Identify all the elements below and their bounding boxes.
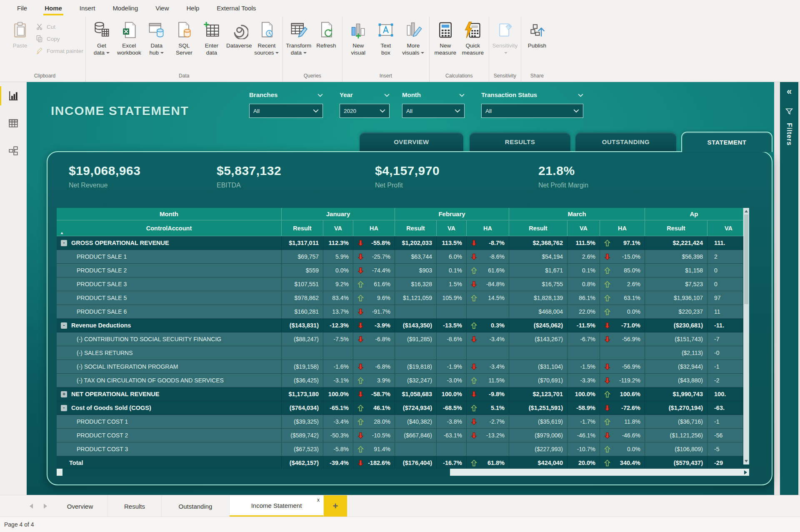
scroll-left-icon[interactable] <box>59 470 62 475</box>
sql-server-button[interactable]: SQLServer <box>170 17 198 56</box>
menu-item-external-tools[interactable]: External Tools <box>208 0 265 17</box>
va-cell: -7.5% <box>323 332 353 346</box>
quick-measure-button[interactable]: Quickmeasure <box>459 17 487 56</box>
enter-data-button[interactable]: Enterdata <box>198 17 225 56</box>
column-group-partial[interactable]: Ap <box>645 208 743 220</box>
page-tab-results[interactable]: Results <box>108 495 162 517</box>
dropdown-caret-icon <box>275 52 279 54</box>
column-header-february-ha[interactable]: HA <box>467 220 509 236</box>
va-cell: -3.3% <box>568 374 600 387</box>
scroll-right-icon[interactable] <box>744 470 747 475</box>
slicer-dropdown[interactable]: All <box>249 104 323 118</box>
column-header-january-ha[interactable]: HA <box>353 220 395 236</box>
refresh-button[interactable]: Refresh <box>312 17 340 49</box>
sidebar-data-view[interactable] <box>0 110 27 137</box>
table-horizontal-scrollbar[interactable] <box>57 469 749 476</box>
recent-sources-icon <box>258 21 276 39</box>
va-cell-partial: -5 <box>708 442 743 456</box>
trend-up-icon <box>604 446 610 453</box>
filters-pane-label: Filters <box>785 123 793 146</box>
tab-overview[interactable]: OVERVIEW <box>360 132 463 151</box>
column-header-march-result[interactable]: Result <box>509 220 568 236</box>
va-cell: 5.9% <box>323 250 353 263</box>
quick-measure-icon <box>464 21 482 39</box>
row-header-cell: +NET OPERATIONAL REVENUE <box>57 387 282 401</box>
slicer-dropdown[interactable]: All <box>402 104 465 118</box>
row-header-controlaccount[interactable]: ControlAccount▲ <box>57 220 282 236</box>
dataverse-button[interactable]: Dataverse <box>225 17 253 49</box>
row-header-cell: (-) SOCIAL INTEGRATION PROGRAM <box>57 360 282 373</box>
page-tab-overview[interactable]: Overview <box>52 495 108 517</box>
next-page-button[interactable] <box>38 495 52 517</box>
ha-cell: -3.9% <box>353 319 395 332</box>
column-header-month[interactable]: Month <box>57 208 282 220</box>
menu-item-insert[interactable]: Insert <box>71 0 104 17</box>
tab-statement[interactable]: STATEMENT <box>681 132 772 152</box>
slicer-dropdown[interactable]: 2020 <box>340 104 390 118</box>
text-box-button[interactable]: Textbox <box>372 17 400 56</box>
sidebar-model-view[interactable] <box>0 137 27 165</box>
scroll-up-icon[interactable] <box>745 210 748 212</box>
menu-item-file[interactable]: File <box>8 0 36 17</box>
chevron-down-icon[interactable] <box>459 91 465 98</box>
scroll-down-icon[interactable] <box>745 460 748 462</box>
va-cell <box>437 305 467 318</box>
tab-results[interactable]: RESULTS <box>470 132 570 151</box>
more-visuals-button[interactable]: Morevisuals <box>400 17 427 56</box>
transform-data-button[interactable]: Transformdata <box>285 17 312 56</box>
va-cell: 100.0% <box>568 387 600 401</box>
ha-cell <box>467 305 509 318</box>
column-header-february-va[interactable]: VA <box>437 220 467 236</box>
data-hub-button[interactable]: Datahub <box>143 17 170 56</box>
page-tab-income-statement[interactable]: Income Statementx <box>230 495 324 517</box>
publish-button[interactable]: Publish <box>523 17 551 49</box>
recent-sources-button[interactable]: Recentsources <box>253 17 280 56</box>
chevron-down-icon[interactable] <box>318 91 323 98</box>
page-tab-outstanding[interactable]: Outstanding <box>162 495 230 517</box>
menu-item-home[interactable]: Home <box>36 0 71 17</box>
ha-cell: -71.0% <box>600 319 645 332</box>
expand-filters-icon[interactable]: « <box>787 87 792 96</box>
sidebar-report-view[interactable] <box>0 82 27 110</box>
expand-toggle-icon[interactable]: + <box>61 391 67 397</box>
new-visual-button[interactable]: Newvisual <box>345 17 372 56</box>
prev-page-icon <box>30 504 33 509</box>
collapse-toggle-icon[interactable]: - <box>61 405 67 411</box>
horizontal-scrollbar-thumb[interactable] <box>62 469 450 476</box>
quick-measure-label: Quickmeasure <box>462 42 484 56</box>
ribbon-group-clipboard: PasteCutCopyFormat painterClipboard <box>4 17 85 82</box>
column-group-february[interactable]: February <box>395 208 509 220</box>
va-cell: 0.1% <box>568 264 600 277</box>
add-page-button[interactable]: + <box>324 495 347 517</box>
collapse-toggle-icon[interactable]: - <box>61 322 67 329</box>
column-group-january[interactable]: January <box>282 208 395 220</box>
tab-outstanding[interactable]: OUTSTANDING <box>575 132 676 151</box>
ha-cell: 63.1% <box>600 291 645 305</box>
menu-item-modeling[interactable]: Modeling <box>104 0 147 17</box>
result-cell: ($667,846) <box>395 429 437 442</box>
chevron-down-icon[interactable] <box>578 91 583 98</box>
menu-item-view[interactable]: View <box>147 0 178 17</box>
menu-item-help[interactable]: Help <box>178 0 208 17</box>
excel-workbook-button[interactable]: Excelworkbook <box>115 17 143 56</box>
column-header-january-va[interactable]: VA <box>323 220 353 236</box>
column-header-january-result[interactable]: Result <box>282 220 323 236</box>
column-header-partial-va[interactable]: VA <box>708 220 743 236</box>
vertical-scrollbar-thumb[interactable] <box>744 215 748 304</box>
get-data-button[interactable]: Getdata <box>88 17 115 56</box>
column-header-partial-result[interactable]: Result <box>645 220 708 236</box>
result-cell: ($1,251,591) <box>509 401 568 415</box>
column-header-february-result[interactable]: Result <box>395 220 437 236</box>
new-measure-button[interactable]: Newmeasure <box>432 17 459 56</box>
sort-ascending-icon[interactable]: ▲ <box>60 231 64 235</box>
table-vertical-scrollbar[interactable] <box>743 208 749 465</box>
collapse-toggle-icon[interactable]: - <box>61 240 67 246</box>
close-tab-icon[interactable]: x <box>317 497 320 503</box>
cut-button: Cut <box>35 22 83 31</box>
column-header-march-ha[interactable]: HA <box>600 220 645 236</box>
column-header-march-va[interactable]: VA <box>568 220 600 236</box>
prev-page-button[interactable] <box>24 495 38 517</box>
column-group-march[interactable]: March <box>509 208 645 220</box>
chevron-down-icon[interactable] <box>384 91 390 98</box>
slicer-dropdown[interactable]: All <box>481 104 583 118</box>
